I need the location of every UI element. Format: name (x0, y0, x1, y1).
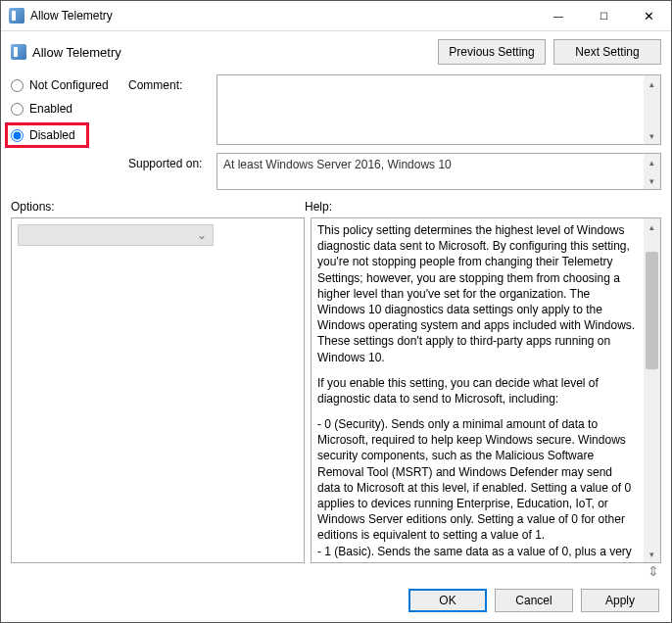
highlight-box: Disabled (5, 122, 89, 148)
policy-icon (9, 8, 24, 24)
help-textbox[interactable]: This policy setting determines the highe… (312, 218, 644, 562)
help-paragraph-2: If you enable this setting, you can deci… (317, 375, 638, 407)
radio-enabled[interactable]: Enabled (11, 102, 128, 116)
radio-not-configured[interactable]: Not Configured (11, 78, 128, 92)
supported-textbox: At least Windows Server 2016, Windows 10… (216, 153, 661, 190)
options-label: Options: (11, 200, 305, 214)
previous-setting-button[interactable]: Previous Setting (438, 39, 546, 65)
scroll-down-icon[interactable]: ▾ (644, 127, 660, 144)
help-paragraph-4: - 1 (Basic). Sends the same data as a va… (317, 544, 638, 559)
title-bar[interactable]: Allow Telemetry — ☐ ✕ (1, 1, 671, 31)
apply-button[interactable]: Apply (581, 589, 659, 612)
help-scrollbar[interactable]: ▴ ▾ (644, 218, 660, 562)
scroll-down-icon[interactable]: ▾ (644, 172, 660, 189)
radio-disabled-label: Disabled (29, 128, 75, 142)
comment-label: Comment: (128, 74, 216, 92)
help-paragraph-3: - 0 (Security). Sends only a minimal amo… (317, 416, 638, 544)
comment-value (217, 75, 644, 144)
radio-not-configured-input[interactable] (11, 79, 24, 92)
dialog-window: Allow Telemetry — ☐ ✕ Allow Telemetry Pr… (0, 0, 672, 623)
window-title: Allow Telemetry (30, 9, 536, 23)
radio-disabled-input[interactable] (11, 129, 24, 142)
help-label: Help: (305, 200, 661, 214)
footer-buttons: OK Cancel Apply (1, 579, 671, 622)
maximize-button[interactable]: ☐ (581, 1, 626, 30)
header-row: Allow Telemetry Previous Setting Next Se… (11, 39, 661, 65)
radio-not-configured-label: Not Configured (29, 78, 109, 92)
radio-enabled-input[interactable] (11, 103, 24, 116)
lower-panels: ⌄ This policy setting determines the hig… (11, 217, 661, 563)
fields-column: Comment: ▴ ▾ Supported on: At least Wind… (128, 74, 661, 190)
scrollbar-track[interactable] (644, 369, 660, 546)
radio-disabled[interactable]: Disabled (11, 128, 80, 142)
scroll-up-icon[interactable]: ▴ (644, 218, 660, 235)
scroll-up-icon[interactable]: ▴ (644, 75, 660, 92)
supported-value: At least Windows Server 2016, Windows 10 (217, 154, 644, 189)
cancel-button[interactable]: Cancel (495, 589, 573, 612)
scroll-up-icon[interactable]: ▴ (644, 154, 660, 170)
chevron-down-icon: ⌄ (197, 228, 207, 242)
content-area: Allow Telemetry Previous Setting Next Se… (1, 31, 671, 579)
minimize-button[interactable]: — (536, 1, 581, 30)
state-radio-group: Not Configured Enabled Disabled (11, 74, 128, 190)
comment-field-row: Comment: ▴ ▾ (128, 74, 661, 145)
help-paragraph-1: This policy setting determines the highe… (317, 222, 638, 365)
section-labels: Options: Help: (11, 200, 661, 214)
supported-label: Supported on: (128, 153, 216, 170)
supported-field-row: Supported on: At least Windows Server 20… (128, 153, 661, 190)
resize-grip-icon[interactable]: ⇕ (11, 563, 661, 579)
scroll-down-icon[interactable]: ▾ (644, 546, 660, 562)
help-panel: This policy setting determines the highe… (311, 217, 661, 563)
next-setting-button[interactable]: Next Setting (553, 39, 661, 65)
close-button[interactable]: ✕ (626, 1, 671, 30)
scrollbar-thumb[interactable] (646, 252, 658, 369)
policy-title: Allow Telemetry (32, 45, 430, 60)
comment-textbox[interactable]: ▴ ▾ (216, 74, 661, 145)
comment-scrollbar[interactable]: ▴ ▾ (644, 75, 660, 144)
upper-settings: Not Configured Enabled Disabled Comment: (11, 74, 661, 190)
ok-button[interactable]: OK (408, 589, 487, 612)
supported-scrollbar[interactable]: ▴ ▾ (644, 154, 660, 189)
radio-enabled-label: Enabled (29, 102, 72, 116)
window-controls: — ☐ ✕ (536, 1, 671, 30)
policy-header-icon (11, 44, 26, 60)
options-panel: ⌄ (11, 217, 305, 563)
options-dropdown[interactable]: ⌄ (18, 224, 214, 246)
